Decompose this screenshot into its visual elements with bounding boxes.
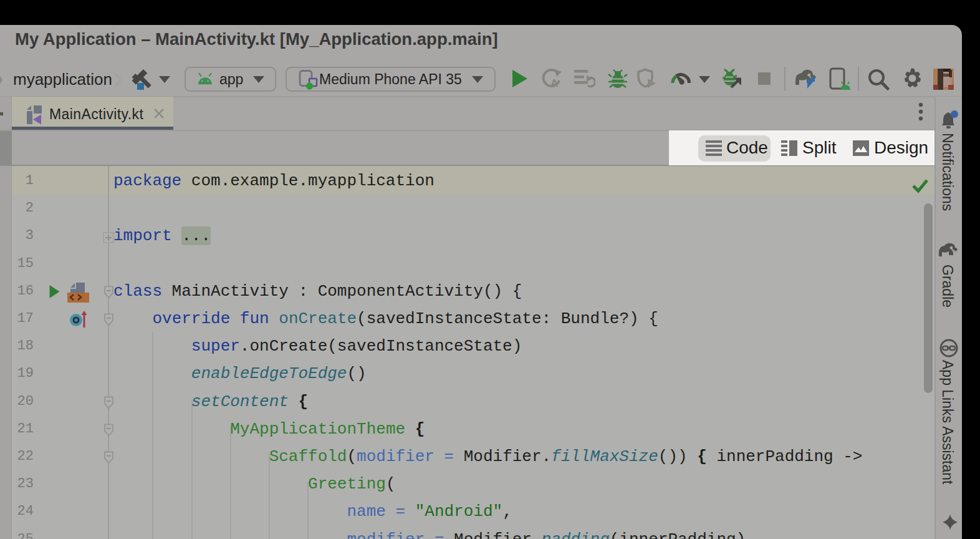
- svg-text:A: A: [550, 77, 558, 89]
